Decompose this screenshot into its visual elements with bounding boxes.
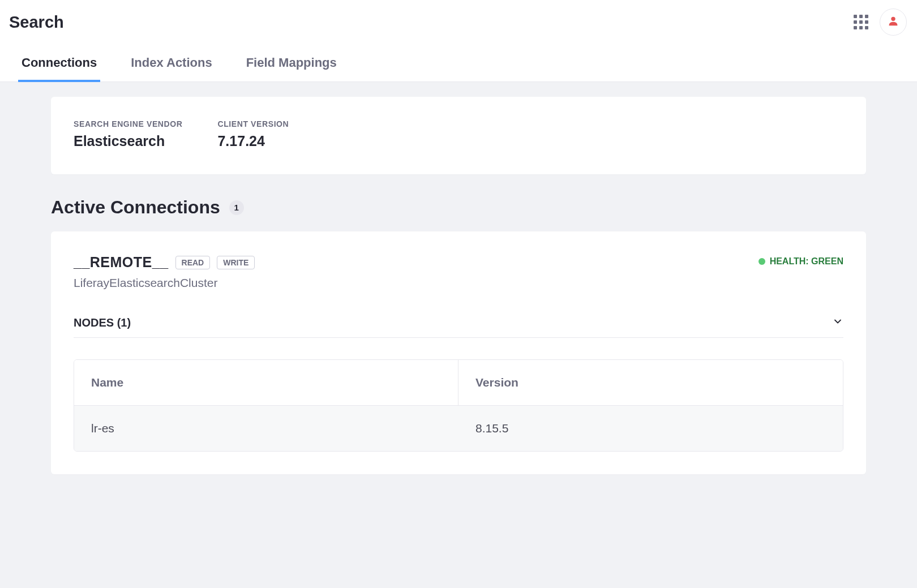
user-icon [887, 15, 899, 29]
svg-point-0 [891, 17, 895, 21]
read-badge: READ [175, 256, 211, 269]
nodes-title: NODES (1) [74, 316, 131, 329]
node-version: 8.15.5 [459, 406, 843, 451]
health-status: HEALTH: GREEN [759, 256, 843, 267]
active-connections-heading: Active Connections 1 [51, 197, 866, 218]
tab-index-actions[interactable]: Index Actions [127, 44, 215, 81]
tab-field-mappings[interactable]: Field Mappings [243, 44, 340, 81]
client-version-block: CLIENT VERSION 7.17.24 [217, 119, 289, 149]
chevron-down-icon [832, 316, 843, 329]
vendor-value: Elasticsearch [74, 133, 182, 149]
user-avatar-button[interactable] [880, 8, 907, 36]
connection-title-row: __REMOTE__ READ WRITE [74, 254, 255, 271]
active-connections-title: Active Connections [51, 197, 220, 218]
node-name: lr-es [74, 406, 459, 451]
health-dot-icon [759, 258, 765, 265]
col-name-header: Name [74, 360, 459, 405]
connection-title-block: __REMOTE__ READ WRITE LiferayElasticsear… [74, 254, 255, 290]
connection-header: __REMOTE__ READ WRITE LiferayElasticsear… [74, 254, 843, 290]
header-actions [854, 8, 907, 36]
page-title: Search [9, 13, 854, 32]
app-header: Search [0, 0, 917, 44]
vendor-block: SEARCH ENGINE VENDOR Elasticsearch [74, 119, 182, 149]
engine-info-card: SEARCH ENGINE VENDOR Elasticsearch CLIEN… [51, 97, 866, 174]
cluster-name: LiferayElasticsearchCluster [74, 276, 255, 290]
apps-grid-icon[interactable] [854, 15, 868, 29]
col-version-header: Version [459, 360, 843, 405]
vendor-label: SEARCH ENGINE VENDOR [74, 119, 182, 128]
tab-connections[interactable]: Connections [18, 44, 100, 81]
client-version-value: 7.17.24 [217, 133, 289, 149]
nodes-table: Name Version lr-es 8.15.5 [74, 359, 843, 452]
connection-card: __REMOTE__ READ WRITE LiferayElasticsear… [51, 231, 866, 474]
write-badge: WRITE [217, 256, 255, 269]
client-version-label: CLIENT VERSION [217, 119, 289, 128]
tab-bar: Connections Index Actions Field Mappings [0, 44, 917, 82]
active-connections-count: 1 [229, 200, 244, 215]
connection-name: __REMOTE__ [74, 254, 169, 271]
table-row: lr-es 8.15.5 [74, 406, 843, 451]
health-label: HEALTH: GREEN [770, 256, 843, 267]
nodes-toggle[interactable]: NODES (1) [74, 316, 843, 338]
nodes-table-header: Name Version [74, 360, 843, 406]
page-body: SEARCH ENGINE VENDOR Elasticsearch CLIEN… [0, 82, 917, 497]
